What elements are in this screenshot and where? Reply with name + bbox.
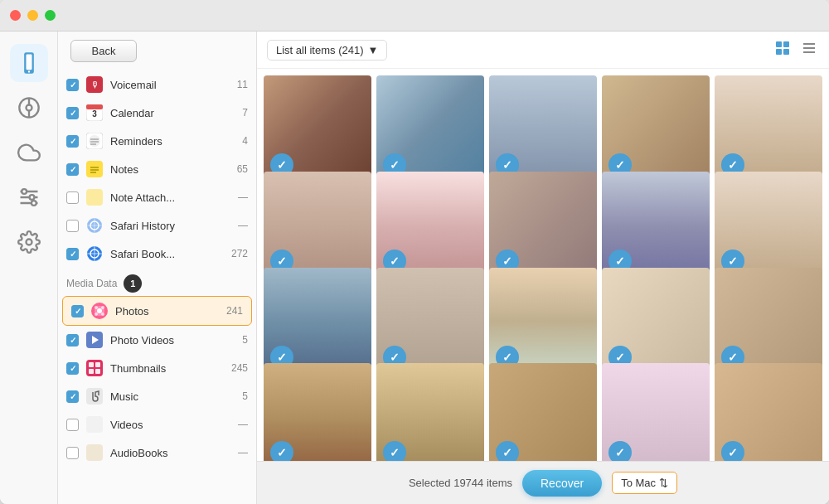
list-item-notes[interactable]: Notes 65 xyxy=(58,155,256,183)
to-mac-dropdown[interactable]: To Mac ⇅ xyxy=(612,472,677,494)
safarihistory-icon xyxy=(85,216,104,235)
list-item-noteattach[interactable]: Note Attach... — xyxy=(58,183,256,211)
svg-point-40 xyxy=(95,306,98,309)
calendar-label: Calendar xyxy=(110,107,238,119)
grid-view-button[interactable] xyxy=(773,38,793,61)
data-list: 🎙 Voicemail 11 3 Calend xyxy=(58,70,256,504)
photo-check xyxy=(270,441,293,461)
reminders-count: 4 xyxy=(242,135,248,147)
list-all-dropdown[interactable]: List all items (241) ▼ xyxy=(267,40,387,61)
noteattach-label: Note Attach... xyxy=(110,191,234,204)
photos-icon xyxy=(90,302,109,320)
safaribookmarks-checkbox[interactable] xyxy=(66,248,79,260)
svg-point-41 xyxy=(101,306,104,309)
photo-cell[interactable] xyxy=(264,363,371,461)
photo-cell[interactable] xyxy=(376,75,484,183)
photo-check xyxy=(383,441,406,461)
photo-cell[interactable] xyxy=(715,268,822,376)
audiobooks-icon xyxy=(85,443,104,462)
svg-rect-49 xyxy=(89,369,94,374)
title-bar xyxy=(0,0,829,32)
photo-cell[interactable] xyxy=(264,172,371,279)
noteattach-checkbox[interactable] xyxy=(66,191,79,204)
list-view-button[interactable] xyxy=(799,38,819,61)
photo-cell[interactable] xyxy=(264,268,371,376)
dropdown-label: List all items (241) xyxy=(276,44,363,56)
list-item-safaribookmarks[interactable]: Safari Book... 272 xyxy=(58,240,256,268)
svg-rect-50 xyxy=(95,369,100,374)
list-item-audiobooks[interactable]: AudioBooks — xyxy=(58,439,256,467)
photo-cell[interactable] xyxy=(489,363,597,461)
photo-cell[interactable] xyxy=(264,75,371,183)
data-panel: Back 🎙 Voicemail 11 xyxy=(58,32,257,504)
toolbar-right xyxy=(773,38,819,61)
list-item-thumbnails[interactable]: Thumbnails 245 xyxy=(58,354,256,382)
svg-rect-46 xyxy=(86,360,103,376)
sidebar-item-tools[interactable] xyxy=(10,178,48,216)
list-item-music[interactable]: Music 5 xyxy=(58,382,256,410)
photo-cell[interactable] xyxy=(489,75,597,183)
photo-cell[interactable] xyxy=(376,363,484,461)
photo-toolbar: List all items (241) ▼ xyxy=(257,32,829,69)
notes-icon xyxy=(85,160,104,178)
sidebar-item-music[interactable] xyxy=(10,89,48,127)
photo-check xyxy=(721,441,744,461)
calendar-checkbox[interactable] xyxy=(66,107,79,119)
svg-rect-1 xyxy=(26,55,32,70)
sidebar-item-settings[interactable] xyxy=(10,223,48,261)
photo-cell[interactable] xyxy=(376,268,484,376)
reminders-label: Reminders xyxy=(110,135,238,148)
photo-cell[interactable] xyxy=(715,75,822,183)
photo-cell[interactable] xyxy=(489,268,597,376)
photovideos-label: Photo Videos xyxy=(110,334,238,346)
notes-count: 65 xyxy=(237,163,248,175)
photo-cell[interactable] xyxy=(715,363,822,461)
photo-cell[interactable] xyxy=(602,268,710,376)
thumbnails-checkbox[interactable] xyxy=(66,362,79,375)
thumbnails-icon xyxy=(85,359,104,377)
minimize-button[interactable] xyxy=(27,10,38,21)
recover-button[interactable]: Recover xyxy=(522,470,602,497)
close-button[interactable] xyxy=(10,10,21,21)
safaribookmarks-label: Safari Book... xyxy=(110,248,227,260)
photo-cell[interactable] xyxy=(715,172,822,279)
maximize-button[interactable] xyxy=(45,10,56,21)
music-checkbox[interactable] xyxy=(66,390,79,403)
videos-checkbox[interactable] xyxy=(66,419,79,431)
videos-label: Videos xyxy=(110,419,234,431)
sidebar-item-cloud[interactable] xyxy=(10,133,48,172)
list-item-calendar[interactable]: 3 Calendar 7 xyxy=(58,99,256,127)
back-button[interactable]: Back xyxy=(70,40,137,62)
list-item-photovideos[interactable]: Photo Videos 5 xyxy=(58,326,256,354)
calendar-icon: 3 xyxy=(85,104,104,122)
to-mac-arrow-icon: ⇅ xyxy=(659,477,668,489)
voicemail-checkbox[interactable] xyxy=(66,79,79,91)
photos-label: Photos xyxy=(115,305,222,317)
list-item-voicemail[interactable]: 🎙 Voicemail 11 xyxy=(58,70,256,99)
bottom-bar: Selected 19744 items Recover To Mac ⇅ xyxy=(257,461,829,504)
sidebar-item-phone[interactable] xyxy=(10,44,48,82)
reminders-checkbox[interactable] xyxy=(66,135,79,148)
photo-cell[interactable] xyxy=(376,172,484,279)
photo-cell[interactable] xyxy=(602,75,710,183)
photo-cell[interactable] xyxy=(602,363,710,461)
list-item-reminders[interactable]: Reminders 4 xyxy=(58,127,256,155)
list-item-photos[interactable]: Photos 241 xyxy=(62,296,252,326)
photo-cell[interactable] xyxy=(489,172,597,279)
safaribookmarks-icon xyxy=(85,245,104,263)
photo-check xyxy=(608,441,632,461)
audiobooks-checkbox[interactable] xyxy=(66,447,79,459)
videos-count: — xyxy=(238,419,248,430)
list-item-safarihistory[interactable]: Safari History — xyxy=(58,211,256,240)
dropdown-arrow-icon: ▼ xyxy=(367,44,378,56)
svg-rect-28 xyxy=(86,189,103,206)
svg-point-13 xyxy=(26,240,32,245)
photo-cell[interactable] xyxy=(602,172,710,279)
safarihistory-checkbox[interactable] xyxy=(66,220,79,232)
svg-rect-52 xyxy=(86,416,103,433)
notes-checkbox[interactable] xyxy=(66,163,79,176)
photos-checkbox[interactable] xyxy=(71,305,84,317)
photovideos-checkbox[interactable] xyxy=(66,334,79,346)
to-mac-label: To Mac xyxy=(621,477,656,489)
list-item-videos[interactable]: Videos — xyxy=(58,410,256,439)
